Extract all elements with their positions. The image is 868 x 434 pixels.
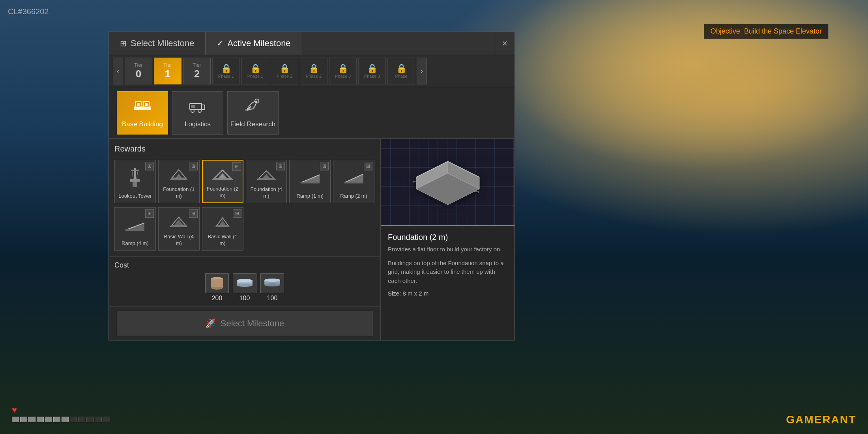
watermark-prefix: GAME [786,413,822,426]
select-milestone-button[interactable]: 🚀 Select Milestone [117,311,372,336]
svg-point-2 [137,103,140,106]
reward-lookout-tower[interactable]: ⊞ Lookout Tower [114,160,156,203]
lock-icon-4: 🔒 [309,64,319,74]
tier-0[interactable]: Tier 0 [125,58,152,84]
info-btn-found1m[interactable]: ⊞ [189,162,198,170]
info-btn-ramp2m[interactable]: ⊞ [364,162,372,170]
tier-phase2a[interactable]: 🔒 Phase 2 [271,58,298,84]
cost-concrete: 200 [205,273,229,302]
tier-scroll-right[interactable]: › [417,58,427,84]
steel-icon [233,273,256,293]
detail-preview: ⌐ ¬ [381,139,514,226]
wall-4m-label: Basic Wall (4 m) [161,234,197,247]
tab-select-milestone[interactable]: ⊞ Select Milestone [109,32,206,55]
cost-title: Cost [114,261,375,269]
preview-object: ⌐ ¬ [408,153,487,210]
concrete-icon [205,273,229,293]
bar-seg-11 [95,417,102,422]
tier-phase3a[interactable]: 🔒 Phase 3 [329,58,357,84]
svg-point-52 [237,284,253,287]
ramp-1m-icon [300,164,320,191]
cost-panel: Cost 200 [109,256,380,307]
tier-1[interactable]: Tier 1 [154,58,181,84]
info-btn-wall4m[interactable]: ⊞ [189,209,198,218]
tier-phase2b[interactable]: 🔒 Phase 2 [300,58,327,84]
detail-panel: ⌐ ¬ Foundation (2 m) Provides a flat flo… [380,139,514,340]
reward-ramp-2m[interactable]: ⊞ Ramp (2 m) [333,160,374,203]
cost-items: 200 100 [114,273,375,302]
svg-rect-34 [344,182,363,183]
svg-rect-37 [125,229,144,231]
bar-seg-7 [62,417,69,422]
ramp-1m-label: Ramp (1 m) [296,193,324,200]
detail-name: Foundation (2 m) [388,233,507,242]
info-btn-found4m[interactable]: ⊞ [276,162,285,170]
detail-info: Foundation (2 m) Provides a flat floor t… [381,226,514,304]
grid-icon: ⊞ [120,39,127,48]
close-button[interactable]: × [495,32,514,55]
rewards-panel: Rewards ⊞ [109,139,380,256]
info-btn-found2m[interactable]: ⊞ [232,162,241,171]
reward-foundation-1m[interactable]: ⊞ Foundation (1 m) [158,160,200,203]
lookout-icon [128,164,142,191]
category-field-research[interactable]: Field Research [227,91,279,135]
ramp-2m-label: Ramp (2 m) [340,193,367,200]
foundation-1m-icon [169,164,188,184]
reward-foundation-4m[interactable]: ⊞ Foundation (4 m) [246,160,287,203]
tier-scroll-left[interactable]: ‹ [113,58,123,84]
reward-wall-4m[interactable]: ⊞ Basic Wall (4 m) [158,207,200,251]
foundation-2m-icon [212,165,233,183]
info-btn-lookout[interactable]: ⊞ [145,162,154,170]
tier-phase4[interactable]: 🔒 Phase [387,58,415,84]
category-field-label: Field Research [230,120,275,128]
ramp-4m-icon [125,211,145,238]
reward-foundation-2m[interactable]: ⊞ Foundation (2 m) [202,160,243,203]
svg-rect-40 [171,225,187,227]
foundation-2m-label: Foundation (2 m) [205,186,240,199]
info-btn-wall1m[interactable]: ⊞ [233,209,241,218]
svg-rect-11 [202,105,205,110]
tier-phase1a[interactable]: 🔒 Phase 1 [212,58,240,84]
tab-active-milestone[interactable]: ✓ Active Milestone [206,32,302,55]
svg-text:⌐: ⌐ [412,177,417,186]
bar-seg-9 [78,417,85,422]
bar-seg-2 [20,417,27,422]
lock-icon-1: 🔒 [221,64,232,74]
tab-active-label: Active Milestone [227,38,290,49]
svg-point-51 [237,279,253,282]
health-bar: ♥ [12,405,110,422]
info-btn-ramp1m[interactable]: ⊞ [320,162,329,170]
reward-ramp-4m[interactable]: ⊞ Ramp (4 m) [114,207,156,251]
lookout-label: Lookout Tower [118,193,152,200]
category-logistics[interactable]: Logistics [172,91,223,135]
bar-seg-6 [53,417,60,422]
detail-desc1: Provides a flat floor to build your fact… [388,245,507,254]
select-btn-area: 🚀 Select Milestone [109,307,380,340]
category-base-building[interactable]: Base Building [117,91,168,135]
reward-ramp-1m[interactable]: ⊞ Ramp (1 m) [289,160,331,203]
foundation-4m-icon [256,164,277,184]
foundation-4m-label: Foundation (4 m) [249,186,284,200]
watermark-suffix: RANT [822,413,856,426]
bar-seg-10 [86,417,94,422]
wall-4m-icon [168,211,189,231]
tier-2[interactable]: Tier 2 [183,58,211,84]
wall-1m-label: Basic Wall (1 m) [205,234,241,247]
field-research-icon [243,98,263,117]
reward-wall-1m[interactable]: ⊞ Basic Wall (1 m) [202,207,243,251]
lock-icon-5: 🔒 [338,64,348,74]
info-btn-ramp4m[interactable]: ⊞ [145,209,154,218]
objective-text: Build the Space Elevator [744,27,822,35]
check-icon: ✓ [217,39,223,48]
bar-seg-8 [70,417,77,422]
heart-icon: ♥ [12,405,110,415]
health-segments [12,417,110,422]
steel-amount: 100 [239,295,250,302]
select-btn-label: Select Milestone [221,318,284,329]
tier-phase3b[interactable]: 🔒 Phase 3 [358,58,386,84]
wall-1m-icon [215,211,230,231]
tier-phase1b[interactable]: 🔒 Phase 1 [241,58,269,84]
svg-point-56 [264,283,280,286]
bar-seg-3 [28,417,36,422]
svg-point-55 [264,279,280,282]
